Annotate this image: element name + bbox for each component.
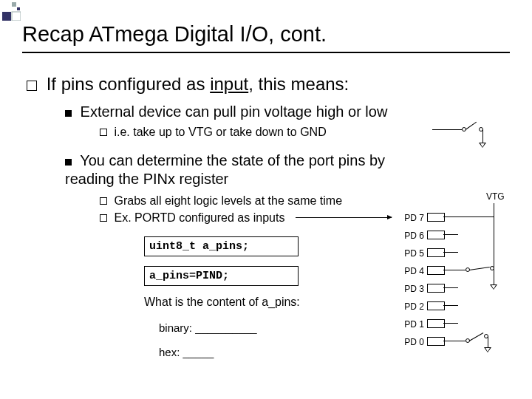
answer-hex: hex: _____ (159, 346, 214, 358)
bullet-ex-portd: Ex. PORTD configured as inputs (100, 211, 284, 225)
pin-label-pd0: PD 0 (399, 337, 424, 347)
pin-wire (443, 234, 458, 235)
input-underline: input (210, 74, 248, 94)
slide-title: Recap ATmega Digital I/O, cont. (22, 22, 327, 47)
pin-wire (443, 270, 466, 270)
text: You can determine the state of the port … (65, 152, 385, 187)
pin-box (427, 319, 445, 328)
vtg-bus-wire (494, 203, 494, 284)
pin-wire (443, 216, 494, 217)
pin-box (427, 284, 445, 293)
code-decl: uint8_t a_pins; (144, 236, 299, 256)
pin-box (427, 248, 445, 257)
pin-wire (443, 252, 458, 253)
bullet-grabs-eight: Grabs all eight logic levels at the same… (100, 194, 342, 208)
pin-label-pd6: PD 6 (399, 231, 424, 241)
pin-wire (443, 287, 458, 288)
pin-label-pd7: PD 7 (399, 213, 424, 223)
svg-rect-0 (2, 12, 11, 21)
pin-label-pd5: PD 5 (399, 248, 424, 259)
text: i.e. take up to VTG or take down to GND (114, 126, 326, 138)
pin-box (427, 213, 445, 222)
text: Grabs all eight logic levels at the same… (114, 194, 342, 207)
square-bullet-icon (65, 159, 72, 166)
pin-label-pd1: PD 1 (399, 319, 424, 330)
small-box-bullet-icon (100, 197, 107, 205)
answer-binary: binary: __________ (159, 321, 257, 334)
pin-box (427, 231, 445, 239)
text: Ex. PORTD configured as inputs (114, 211, 284, 224)
small-box-bullet-icon (100, 129, 107, 136)
pin-label-pd4: PD 4 (399, 266, 424, 276)
question-content: What is the content of a_pins: (144, 296, 300, 309)
bullet-ie-vtg-gnd: i.e. take up to VTG or take down to GND (100, 126, 327, 139)
text: External device can pull pin voltage hig… (81, 103, 388, 120)
pin-box (427, 301, 445, 310)
checkbox-bullet-icon (27, 81, 37, 91)
code-read: a_pins=PIND; (144, 266, 299, 286)
bullet-pinx-register: You can determine the state of the port … (65, 151, 390, 188)
bullet-external-device: External device can pull pin voltage hig… (65, 103, 387, 120)
svg-rect-2 (12, 2, 16, 7)
bullet-if-input: If pins configured as input, this means: (27, 74, 349, 95)
pin-label-pd2: PD 2 (399, 301, 424, 312)
text: , this means: (248, 74, 349, 94)
small-box-bullet-icon (100, 214, 107, 222)
ground-icon (490, 284, 497, 290)
square-bullet-icon (65, 110, 72, 117)
arrow-to-diagram (296, 217, 392, 218)
pin-label-pd3: PD 3 (399, 284, 424, 294)
pin-wire (443, 305, 458, 306)
pin-box (427, 337, 445, 346)
svg-rect-3 (17, 7, 20, 10)
pin-box (427, 266, 445, 275)
text: If pins configured as (47, 74, 210, 94)
title-rule (22, 52, 510, 53)
svg-rect-1 (12, 12, 21, 21)
pin-wire (443, 341, 466, 341)
slide-decoration (2, 2, 21, 21)
pin-wire (443, 323, 458, 324)
vtg-label: VTG (486, 191, 505, 202)
